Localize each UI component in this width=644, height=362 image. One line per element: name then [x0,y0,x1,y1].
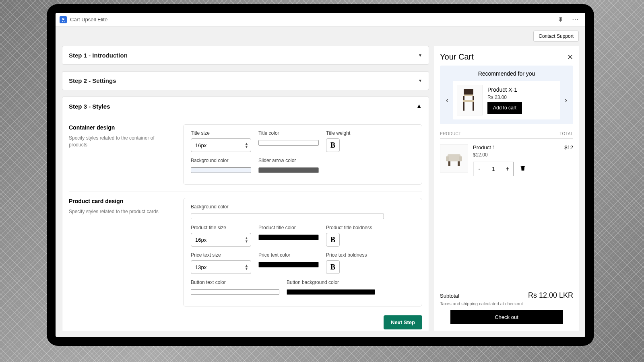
cart-title: Your Cart [440,52,474,62]
product-card-section: Product card design Specify styles relat… [69,191,422,313]
col-product: PRODUCT [440,132,461,136]
reco-thumb [457,85,483,115]
container-bg-swatch[interactable] [191,167,251,173]
ptitle-color-swatch[interactable] [258,234,319,240]
step-2-label: Step 2 - Settings [69,77,116,84]
ptitle-bold-toggle[interactable]: B [326,233,340,247]
title-weight-toggle[interactable]: B [326,138,340,152]
title-size-label: Title size [191,130,251,136]
checkout-button[interactable]: Check out [450,310,563,324]
cart-thumb [440,144,468,173]
slider-prev-icon[interactable]: ‹ [443,96,451,105]
select-arrows-icon: ▲▼ [245,142,248,148]
step-3-header[interactable]: Step 3 - Styles ▲ [62,97,429,115]
screen: Cart Upsell Elite ⋯ Contact Support Step… [56,13,585,337]
chevron-down-icon: ▼ [418,53,422,58]
title-color-label: Title color [258,130,319,136]
product-card-title: Product card design [69,198,173,204]
price-color-label: Price text color [258,252,319,258]
title-color-swatch[interactable] [258,140,319,146]
svg-rect-3 [473,96,474,111]
title-size-select[interactable]: 16px ▲▼ [191,138,251,152]
recommendation-block: Recommended for you ‹ Product X-1 Rs 23.… [440,66,573,124]
reco-heading: Recommended for you [443,70,570,77]
price-color-swatch[interactable] [258,262,319,267]
cart-item-price: $12.00 [473,152,559,158]
btn-text-color-label: Button text color [191,280,279,285]
svg-rect-2 [463,96,464,111]
app-icon [60,16,67,23]
cart-columns: PRODUCT TOTAL [440,132,573,139]
cart-line-total: $12 [564,144,573,176]
chevron-up-icon: ▲ [416,103,422,110]
svg-rect-9 [458,161,460,166]
topbar: Cart Upsell Elite ⋯ [56,13,585,27]
svg-rect-1 [464,95,473,96]
arrow-color-label: Slider arrow color [258,158,319,163]
cart-item-name: Product 1 [473,144,559,150]
svg-rect-6 [446,156,449,162]
more-icon[interactable]: ⋯ [570,16,581,23]
slider-next-icon[interactable]: › [562,96,570,105]
step-1-label: Step 1 - Introduction [69,52,128,59]
step-1-accordion[interactable]: Step 1 - Introduction ▼ [62,46,429,65]
card-bg-swatch[interactable] [191,214,384,219]
container-design-section: Container design Specify styles related … [69,118,422,191]
reco-card: Product X-1 Rs 23.00 Add to cart [453,81,560,119]
qty-stepper: - 1 + [473,162,514,176]
cart-line: Product 1 $12.00 - 1 + $12 [440,139,573,182]
qty-increase-button[interactable]: + [502,165,514,173]
btn-bg-label: Button background color [287,280,375,285]
pin-icon[interactable] [556,17,566,23]
price-size-select[interactable]: 13px ▲▼ [191,260,251,274]
tax-note: Taxes and shipping calculated at checkou… [440,301,573,306]
ptitle-size-select[interactable]: 16px ▲▼ [191,233,251,247]
chevron-down-icon: ▼ [418,78,422,83]
select-arrows-icon: ▲▼ [245,237,248,243]
ptitle-bold-label: Product title boldness [326,225,372,230]
container-design-title: Container design [69,124,173,131]
svg-rect-7 [459,156,462,162]
price-bold-toggle[interactable]: B [326,260,340,274]
product-card-desc: Specify styles related to the product ca… [69,208,173,215]
reco-name: Product X-1 [487,86,556,93]
btn-bg-swatch[interactable] [287,289,375,295]
add-to-cart-button[interactable]: Add to cart [487,102,522,114]
price-size-label: Price text size [191,252,251,258]
qty-decrease-button[interactable]: - [473,165,485,173]
contact-support-button[interactable]: Contact Support [533,31,579,42]
ptitle-color-label: Product title color [258,225,319,230]
svg-rect-8 [448,161,450,166]
btn-text-color-swatch[interactable] [191,289,279,295]
ptitle-size-label: Product title size [191,225,251,230]
step-3-panel: Step 3 - Styles ▲ Container design Speci… [62,97,429,331]
container-bg-label: Background color [191,158,251,163]
reco-price: Rs 23.00 [487,95,556,100]
subheader: Contact Support [56,27,585,46]
cart-footer: Subtotal Rs 12.00 LKR Taxes and shipping… [440,287,573,324]
qty-value: 1 [485,166,502,172]
app-title: Cart Upsell Elite [70,16,107,23]
col-total: TOTAL [559,132,573,136]
trash-icon[interactable] [520,165,526,173]
card-bg-label: Background color [191,204,415,210]
select-arrows-icon: ▲▼ [245,264,248,270]
step-2-accordion[interactable]: Step 2 - Settings ▼ [62,71,429,90]
subtotal-label: Subtotal [440,293,459,299]
svg-rect-5 [448,154,460,161]
price-bold-label: Price text boldness [326,252,367,258]
svg-rect-4 [463,100,474,102]
arrow-color-swatch[interactable] [258,167,319,173]
step-3-label: Step 3 - Styles [69,103,110,110]
title-weight-label: Title weight [326,130,350,136]
subtotal-value: Rs 12.00 LKR [528,291,573,300]
next-step-button[interactable]: Next Step [384,315,422,329]
cart-preview: Your Cart ✕ Recommended for you ‹ Produc… [434,46,579,331]
svg-rect-0 [464,89,473,95]
laptop-frame: Cart Upsell Elite ⋯ Contact Support Step… [47,4,594,346]
close-icon[interactable]: ✕ [567,53,573,62]
container-design-desc: Specify styles related to the container … [69,135,173,148]
config-column: Step 1 - Introduction ▼ Step 2 - Setting… [62,46,434,331]
